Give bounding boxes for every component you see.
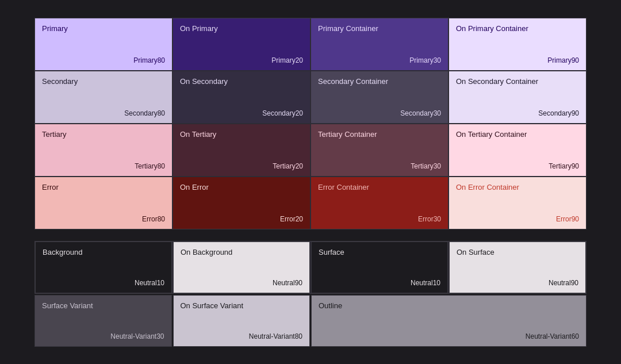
error-container-label: Error Container [318, 183, 441, 193]
tertiary-value: Tertiary80 [135, 162, 165, 170]
outline-label: Outline [319, 301, 579, 311]
error-container-cell: Error Container Error30 [311, 177, 448, 229]
primary-label: Primary [42, 24, 165, 34]
tertiary-container-label: Tertiary Container [318, 130, 441, 140]
on-primary-container-cell: On Primary Container Primary90 [449, 18, 586, 70]
on-surface-variant-cell: On Surface Variant Neutral-Variant80 [173, 295, 310, 347]
error-cell: Error Error80 [35, 177, 172, 229]
surface-variant-cell: Surface Variant Neutral-Variant30 [34, 295, 172, 347]
on-error-container-value: Error90 [556, 215, 579, 223]
tertiary-cell: Tertiary Tertiary80 [35, 124, 172, 176]
primary-container-value: Primary30 [409, 56, 441, 64]
surface-variant-label: Surface Variant [42, 301, 164, 311]
error-value: Error80 [142, 215, 165, 223]
on-error-cell: On Error Error20 [173, 177, 310, 229]
on-error-value: Error20 [280, 215, 303, 223]
primary-container-label: Primary Container [318, 24, 441, 34]
tertiary-label: Tertiary [42, 130, 165, 140]
on-secondary-value: Secondary20 [262, 109, 303, 117]
on-tertiary-container-value: Tertiary90 [549, 162, 579, 170]
background-label: Background [43, 248, 164, 258]
on-primary-value: Primary20 [271, 56, 303, 64]
on-surface-label: On Surface [457, 248, 578, 258]
on-tertiary-label: On Tertiary [180, 130, 303, 140]
secondary-cell: Secondary Secondary80 [35, 71, 172, 123]
secondary-container-value: Secondary30 [400, 109, 441, 117]
error-container-value: Error30 [418, 215, 441, 223]
on-error-label: On Error [180, 183, 303, 193]
primary-container-cell: Primary Container Primary30 [311, 18, 448, 70]
surface-value: Neutral10 [411, 279, 440, 287]
secondary-container-cell: Secondary Container Secondary30 [311, 71, 448, 123]
on-error-container-cell: On Error Container Error90 [449, 177, 586, 229]
on-background-cell: On Background Neutral90 [173, 242, 310, 293]
secondary-label: Secondary [42, 77, 165, 87]
on-tertiary-container-label: On Tertiary Container [456, 130, 579, 140]
on-secondary-container-cell: On Secondary Container Secondary90 [449, 71, 586, 123]
on-surface-cell: On Surface Neutral90 [449, 242, 586, 293]
main-color-grid: Primary Primary80 On Primary Primary20 P… [34, 18, 586, 229]
primary-cell: Primary Primary80 [35, 18, 172, 70]
background-value: Neutral10 [135, 279, 164, 287]
on-surface-value: Neutral90 [549, 279, 578, 287]
page-wrapper: Primary Primary80 On Primary Primary20 P… [34, 18, 586, 347]
secondary-container-label: Secondary Container [318, 77, 441, 87]
on-primary-label: On Primary [180, 24, 303, 34]
background-cell: Background Neutral10 [35, 242, 172, 293]
surface-variant-value: Neutral-Variant30 [110, 332, 164, 340]
outline-value: Neutral-Variant60 [526, 332, 579, 340]
tertiary-container-value: Tertiary30 [411, 162, 441, 170]
neutral-grid: Background Neutral10 On Background Neutr… [34, 241, 586, 294]
on-background-label: On Background [181, 248, 302, 258]
error-label: Error [42, 183, 165, 193]
secondary-value: Secondary80 [124, 109, 165, 117]
on-surface-variant-value: Neutral-Variant80 [249, 332, 302, 340]
on-surface-variant-label: On Surface Variant [181, 301, 303, 311]
on-primary-cell: On Primary Primary20 [173, 18, 310, 70]
primary-value: Primary80 [133, 56, 165, 64]
on-tertiary-container-cell: On Tertiary Container Tertiary90 [449, 124, 586, 176]
on-primary-container-value: Primary90 [547, 56, 579, 64]
tertiary-container-cell: Tertiary Container Tertiary30 [311, 124, 448, 176]
variant-grid: Surface Variant Neutral-Variant30 On Sur… [34, 295, 586, 347]
surface-cell: Surface Neutral10 [311, 242, 448, 293]
on-primary-container-label: On Primary Container [456, 24, 579, 34]
outline-cell: Outline Neutral-Variant60 [311, 295, 586, 347]
on-background-value: Neutral90 [273, 279, 302, 287]
on-tertiary-value: Tertiary20 [273, 162, 303, 170]
surface-label: Surface [319, 248, 440, 258]
on-secondary-container-value: Secondary90 [538, 109, 579, 117]
on-error-container-label: On Error Container [456, 183, 579, 193]
on-secondary-label: On Secondary [180, 77, 303, 87]
on-secondary-container-label: On Secondary Container [456, 77, 579, 87]
on-secondary-cell: On Secondary Secondary20 [173, 71, 310, 123]
on-tertiary-cell: On Tertiary Tertiary20 [173, 124, 310, 176]
